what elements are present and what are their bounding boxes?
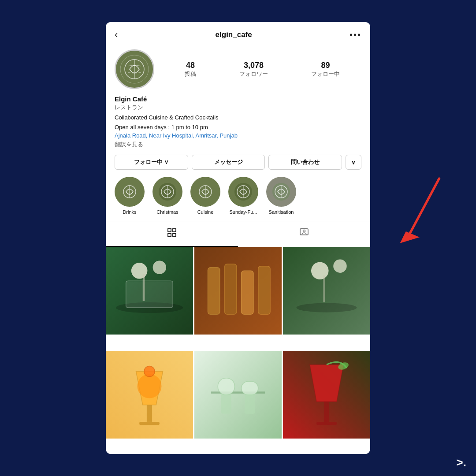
post-cell-2[interactable] [194, 247, 282, 335]
highlight-circle-drinks [115, 177, 145, 207]
svg-rect-29 [126, 281, 173, 308]
svg-line-0 [408, 178, 439, 237]
profile-category: レストラン [115, 104, 361, 112]
svg-rect-57 [221, 394, 231, 414]
highlight-christmas[interactable]: Christmas [152, 177, 182, 215]
message-button[interactable]: メッセージ [192, 155, 265, 170]
svg-point-30 [131, 263, 148, 279]
svg-rect-22 [168, 234, 171, 237]
profile-username: elgin_cafe [216, 30, 252, 39]
followers-count: 3,078 [244, 61, 264, 70]
tab-tagged[interactable] [238, 222, 370, 247]
dots-indicator: >. [457, 457, 466, 468]
post-cell-6[interactable] [283, 351, 370, 439]
highlight-circle-cuisine [190, 177, 220, 207]
posts-count: 48 [186, 61, 195, 70]
follow-button[interactable]: フォロー中 ∨ [115, 155, 188, 170]
tab-grid[interactable] [106, 222, 238, 247]
svg-rect-23 [173, 234, 176, 237]
svg-rect-53 [194, 351, 282, 439]
svg-point-31 [153, 260, 166, 274]
svg-rect-32 [143, 274, 145, 301]
followers-stat[interactable]: 3,078 フォロワー [239, 61, 268, 78]
highlight-circle-christmas [152, 177, 182, 207]
svg-point-51 [144, 366, 155, 377]
tab-bar [106, 222, 370, 247]
highlight-sunday[interactable]: Sunday-Fu... [228, 177, 258, 215]
grid-icon [167, 227, 177, 241]
highlight-circle-sunday [228, 177, 258, 207]
profile-header: ‹ elgin_cafe ••• [106, 22, 370, 45]
tagged-icon [299, 227, 309, 241]
svg-marker-1 [400, 231, 420, 243]
svg-rect-36 [225, 264, 237, 314]
profile-bio-line2: Open all seven days ; 1 pm to 10 pm [115, 123, 361, 132]
svg-point-42 [311, 262, 329, 280]
post-cell-4[interactable] [106, 351, 193, 439]
following-stat[interactable]: 89 フォロー中 [311, 61, 340, 78]
post-cell-5[interactable] [194, 351, 282, 439]
highlight-label-cuisine: Cuisine [197, 209, 214, 215]
svg-rect-62 [324, 402, 329, 422]
post-cell-3[interactable] [283, 247, 370, 335]
svg-rect-49 [139, 422, 160, 425]
following-count: 89 [321, 61, 330, 70]
profile-translate-link[interactable]: 翻訳を見る [115, 141, 361, 149]
profile-location-link[interactable]: Ajnala Road, Near Ivy Hospital, Amritsar… [115, 132, 361, 139]
highlight-drinks[interactable]: Drinks [115, 177, 145, 215]
svg-rect-44 [323, 275, 325, 302]
highlight-sanitisation[interactable]: Sanitisation [266, 177, 296, 215]
svg-point-43 [333, 259, 346, 272]
profile-top-row: 48 投稿 3,078 フォロワー 89 フォロー中 [115, 49, 361, 89]
svg-rect-63 [316, 422, 337, 425]
svg-rect-58 [245, 394, 255, 414]
back-button[interactable]: ‹ [115, 29, 118, 41]
action-buttons-row: フォロー中 ∨ メッセージ 問い合わせ ∨ [115, 155, 361, 170]
followers-label: フォロワー [239, 70, 268, 78]
svg-rect-55 [218, 378, 234, 395]
profile-avatar[interactable] [115, 49, 154, 89]
posts-label: 投稿 [185, 70, 196, 78]
highlight-label-christmas: Christmas [156, 209, 178, 215]
contact-button[interactable]: 問い合わせ [268, 155, 342, 170]
post-cell-1[interactable] [106, 247, 193, 335]
svg-rect-40 [283, 247, 370, 335]
svg-rect-56 [242, 382, 258, 395]
svg-rect-20 [168, 229, 171, 232]
svg-point-25 [303, 230, 305, 232]
posts-stat[interactable]: 48 投稿 [185, 61, 196, 78]
following-label: フォロー中 [311, 70, 340, 78]
story-highlights: Drinks Christmas [106, 177, 370, 222]
highlight-cuisine[interactable]: Cuisine [190, 177, 220, 215]
svg-rect-35 [208, 268, 219, 315]
highlight-circle-sanitisation [266, 177, 296, 207]
highlight-label-sanitisation: Sanitisation [269, 209, 294, 215]
svg-rect-38 [258, 266, 270, 315]
profile-section: 48 投稿 3,078 フォロワー 89 フォロー中 Elgin Café レス… [106, 45, 370, 177]
posts-grid [106, 247, 370, 454]
profile-display-name: Elgin Café [115, 95, 361, 103]
profile-stats: 48 投稿 3,078 フォロワー 89 フォロー中 [163, 61, 361, 78]
svg-point-41 [296, 303, 357, 312]
phone-container: ‹ elgin_cafe ••• 48 投稿 [106, 22, 370, 454]
more-options-button[interactable]: ••• [350, 30, 361, 40]
highlight-label-drinks: Drinks [123, 209, 136, 215]
svg-rect-21 [173, 229, 176, 232]
svg-point-50 [138, 374, 162, 398]
highlight-label-sunday: Sunday-Fu... [230, 209, 257, 215]
more-dropdown-button[interactable]: ∨ [346, 155, 361, 170]
profile-bio-line1: Collaborated Cuisine & Crafted Cocktails [115, 113, 361, 122]
svg-rect-37 [242, 271, 253, 314]
svg-rect-48 [147, 405, 152, 422]
